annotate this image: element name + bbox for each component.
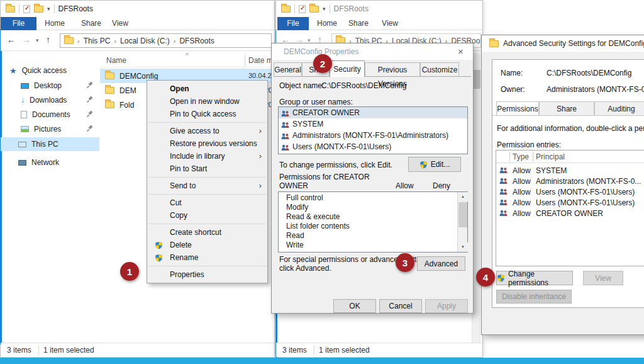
tab-share[interactable]: Share <box>539 101 594 116</box>
advanced-button[interactable]: Advanced <box>417 256 465 271</box>
edit-button[interactable]: Edit... <box>408 157 461 172</box>
column-header-principal[interactable]: Principal <box>536 152 565 161</box>
tab-previous-versions[interactable]: Previous Versions <box>365 62 420 76</box>
up-arrow-icon[interactable]: ↑ <box>46 35 50 45</box>
permission-list-folder-contents[interactable]: List folder contents <box>279 222 467 231</box>
permission-label: Read <box>286 231 304 240</box>
menu-item-pin-to-start[interactable]: Pin to Start <box>147 162 267 175</box>
sidebar-item-this-pc[interactable]: This PC <box>1 137 99 151</box>
permission-full-control[interactable]: Full control <box>279 193 467 203</box>
check-document-icon[interactable]: ✓ <box>299 5 306 13</box>
badge-number: 4 <box>483 272 488 283</box>
group-user-list[interactable]: CREATOR OWNER SYSTEM Administrators (MON… <box>278 106 468 154</box>
chevron-down-icon[interactable]: ▾ <box>323 6 326 12</box>
column-divider[interactable] <box>245 55 245 66</box>
menu-item-pin-to-quick-access[interactable]: Pin to Quick access <box>147 108 267 120</box>
tab-file[interactable]: File <box>277 17 309 30</box>
column-header-name[interactable]: Name <box>106 56 126 65</box>
sidebar-item-desktop[interactable]: Desktop <box>1 79 99 93</box>
scroll-up-icon[interactable]: ▲ <box>458 192 468 202</box>
advanced-security-dialog: Advanced Security Settings for DEMConfig… <box>481 35 644 335</box>
column-divider[interactable] <box>533 152 533 162</box>
step-badge-4: 4 <box>476 268 495 287</box>
tab-permissions[interactable]: Permissions <box>496 101 539 116</box>
breadcrumb-drive[interactable]: Local Disk (C:) <box>120 37 170 45</box>
tab-file[interactable]: File <box>1 17 36 30</box>
users-icon <box>281 120 289 130</box>
menu-item-delete[interactable]: Delete <box>147 239 267 251</box>
chevron-down-icon[interactable]: ▾ <box>36 37 39 43</box>
sidebar-item-documents[interactable]: Documents <box>1 108 99 122</box>
tab-view[interactable]: View <box>377 17 403 30</box>
scrollbar-thumb[interactable] <box>473 70 480 89</box>
permission-entry-row[interactable]: Allow Users (MONTX-FS-01\Users) Read & e… <box>496 187 644 198</box>
list-item-system[interactable]: SYSTEM <box>279 118 467 130</box>
permission-write[interactable]: Write <box>279 241 467 250</box>
back-arrow-icon[interactable]: ← <box>7 35 16 45</box>
sidebar-item-network[interactable]: Network <box>1 156 99 169</box>
ok-button[interactable]: OK <box>333 299 376 313</box>
ribbon-tabs: File Home Share View <box>1 17 274 30</box>
folder-icon <box>6 6 15 13</box>
menu-item-create-shortcut[interactable]: Create shortcut <box>147 226 267 239</box>
menu-item-rename[interactable]: Rename <box>147 251 267 264</box>
breadcrumb-folder[interactable]: DFSRoots <box>179 37 214 45</box>
tab-share[interactable]: Share <box>344 17 373 30</box>
permission-read-execute[interactable]: Read & execute <box>279 212 467 222</box>
permission-entry-row[interactable]: Allow Administrators (MONTX-FS-0... Full… <box>496 176 644 187</box>
sidebar-label: Quick access <box>22 66 67 75</box>
breadcrumb-this-pc[interactable]: This PC <box>84 37 111 45</box>
menu-item-send-to[interactable]: Send to› <box>147 179 267 192</box>
menu-item-open[interactable]: Open <box>147 82 267 95</box>
tab-auditing[interactable]: Auditing <box>594 101 644 116</box>
apply-button[interactable]: Apply <box>425 299 468 313</box>
edit-note: To change permissions, click Edit. <box>279 161 392 169</box>
menu-item-copy[interactable]: Copy <box>147 209 267 222</box>
tab-share[interactable]: Share <box>76 17 106 30</box>
menu-item-restore-previous-versions[interactable]: Restore previous versions <box>147 137 267 150</box>
tab-home[interactable]: Home <box>313 17 341 30</box>
scroll-down-icon[interactable]: ▼ <box>458 242 468 252</box>
menu-item-give-access-to[interactable]: Give access to› <box>147 125 267 137</box>
tab-home[interactable]: Home <box>40 17 70 30</box>
folder-icon <box>105 72 114 79</box>
tab-customize[interactable]: Customize <box>420 62 459 76</box>
view-button[interactable]: View <box>583 271 623 285</box>
forward-arrow-icon[interactable]: → <box>22 35 31 45</box>
permission-entry-row[interactable]: Allow Users (MONTX-FS-01\Users) Special <box>496 198 644 208</box>
tab-view[interactable]: View <box>106 17 134 30</box>
menu-item-include-in-library[interactable]: Include in library› <box>147 150 267 162</box>
menu-item-open-new-window[interactable]: Open in new window <box>147 95 267 108</box>
close-icon[interactable]: × <box>458 46 464 57</box>
sidebar-item-quick-access[interactable]: ★ Quick access <box>1 64 99 77</box>
disable-inheritance-button[interactable]: Disable inheritance <box>496 290 572 304</box>
sidebar-item-pictures[interactable]: Pictures <box>1 122 99 136</box>
list-item-creator-owner[interactable]: CREATOR OWNER <box>279 107 467 118</box>
cancel-button[interactable]: Cancel <box>379 299 422 313</box>
column-header-type[interactable]: Type <box>513 152 529 161</box>
list-item-administrators[interactable]: Administrators (MONTX-FS-01\Administrato… <box>279 130 467 141</box>
check-icon: ✓ <box>25 4 30 11</box>
list-item-users[interactable]: Users (MONTX-FS-01\Users) <box>279 141 467 152</box>
tab-security[interactable]: Security <box>330 60 365 77</box>
tab-general[interactable]: General <box>274 62 302 76</box>
check-document-icon[interactable]: ✓ <box>23 5 30 13</box>
permission-read[interactable]: Read <box>279 231 467 241</box>
menu-label: Restore previous versions <box>170 139 257 148</box>
permission-entries-table[interactable]: Type Principal Access Allow SYSTEM Full … <box>496 150 644 266</box>
scrollbar-thumb[interactable] <box>458 202 467 227</box>
breadcrumb[interactable]: › This PC › Local Disk (C:) › DFSRoots <box>60 33 272 48</box>
menu-item-properties[interactable]: Properties <box>147 268 267 281</box>
users-icon <box>499 210 508 219</box>
menu-item-cut[interactable]: Cut <box>147 196 267 209</box>
permission-entry-row[interactable]: Allow CREATOR OWNER Full control <box>496 208 644 219</box>
users-icon <box>281 132 289 141</box>
chevron-down-icon[interactable]: ▾ <box>47 6 50 12</box>
sidebar-item-downloads[interactable]: ↓ Downloads <box>1 93 99 107</box>
permission-modify[interactable]: Modify <box>279 203 467 212</box>
column-divider[interactable] <box>509 152 510 162</box>
permissions-list[interactable]: Full control Modify Read & execute List … <box>278 191 468 253</box>
change-permissions-button[interactable]: Change permissions <box>496 271 573 285</box>
permission-entry-row[interactable]: Allow SYSTEM Full control <box>496 166 644 176</box>
scrollbar[interactable]: ▲ ▼ <box>457 192 467 252</box>
